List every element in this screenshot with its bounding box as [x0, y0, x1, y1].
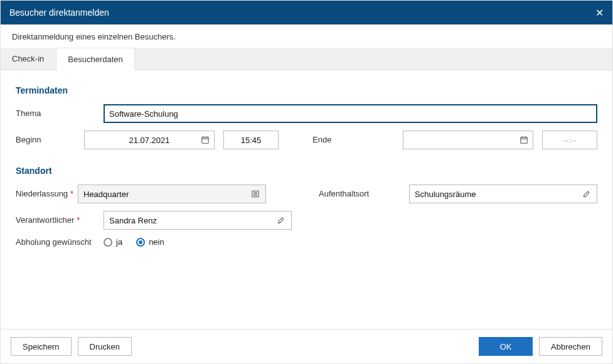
- input-beginn-date[interactable]: 21.07.2021: [84, 131, 215, 149]
- svg-rect-10: [521, 137, 528, 144]
- value-verantwortlicher: Sandra Renz: [109, 216, 276, 225]
- required-marker: *: [77, 215, 80, 225]
- label-abholung: Abholung gewünscht: [16, 237, 104, 248]
- radio-abholung-nein[interactable]: nein: [136, 237, 164, 247]
- footer: Speichern Drucken OK Abbrechen: [1, 329, 612, 363]
- row-beginn-ende: Beginn 21.07.2021 15:45 Ende: [16, 131, 597, 149]
- radio-group-abholung: ja nein: [104, 237, 164, 247]
- label-verantwortlicher: Verantwortlicher *: [16, 215, 104, 225]
- calendar-icon[interactable]: [200, 135, 210, 145]
- titlebar: Besucher direktanmelden ✕: [1, 1, 612, 24]
- radio-dot: [104, 238, 112, 247]
- radio-dot: [136, 238, 145, 247]
- row-abholung: Abholung gewünscht ja nein: [16, 237, 597, 248]
- row-thema: Thema Software-Schulung: [16, 104, 597, 123]
- section-standort-title: Standort: [16, 166, 597, 176]
- tab-checkin[interactable]: Check-in: [1, 48, 56, 70]
- radio-label-nein: nein: [149, 237, 164, 247]
- svg-rect-0: [202, 137, 209, 144]
- input-verantwortlicher[interactable]: Sandra Renz: [104, 211, 292, 230]
- input-niederlassung[interactable]: Headquarter: [78, 185, 266, 203]
- list-icon[interactable]: [250, 189, 260, 199]
- ok-button[interactable]: OK: [479, 337, 533, 356]
- label-beginn: Beginn: [16, 135, 84, 145]
- input-thema-value: Software-Schulung: [109, 109, 592, 119]
- edit-icon[interactable]: [582, 189, 592, 199]
- required-marker: *: [70, 189, 73, 199]
- label-niederlassung: Niederlassung *: [16, 189, 78, 199]
- radio-abholung-ja[interactable]: ja: [104, 237, 122, 247]
- input-aufenthaltsort[interactable]: Schulungsräume: [409, 185, 597, 203]
- section-termindaten-title: Termindaten: [16, 85, 597, 95]
- dialog-besucher-direktanmelden: Besucher direktanmelden ✕ Direktanmeldun…: [0, 0, 613, 364]
- radio-label-ja: ja: [116, 237, 122, 247]
- input-thema[interactable]: Software-Schulung: [104, 104, 597, 123]
- value-ende-time: --:--: [548, 136, 592, 145]
- row-niederlassung: Niederlassung * Headquarter Aufenthaltso…: [16, 185, 597, 203]
- value-beginn-date: 21.07.2021: [90, 136, 209, 145]
- dialog-title: Besucher direktanmelden: [9, 8, 109, 18]
- label-aufenthaltsort: Aufenthaltsort: [319, 189, 400, 199]
- edit-icon[interactable]: [276, 215, 286, 225]
- calendar-icon[interactable]: [519, 135, 529, 145]
- drucken-button[interactable]: Drucken: [78, 337, 132, 356]
- input-ende-time[interactable]: --:--: [542, 131, 597, 149]
- input-beginn-time[interactable]: 15:45: [223, 131, 279, 149]
- tab-besucherdaten[interactable]: Besucherdaten: [56, 48, 134, 70]
- tabs: Check-in Besucherdaten: [1, 48, 612, 70]
- dialog-subtitle: Direktanmeldung eines einzelnen Besucher…: [1, 24, 612, 48]
- abbrechen-button[interactable]: Abbrechen: [539, 337, 602, 356]
- content-area: Termindaten Thema Software-Schulung Begi…: [1, 70, 612, 329]
- label-ende: Ende: [312, 135, 394, 145]
- label-thema: Thema: [16, 109, 104, 119]
- value-aufenthaltsort: Schulungsräume: [415, 190, 582, 199]
- value-niederlassung: Headquarter: [83, 190, 250, 199]
- close-icon[interactable]: ✕: [595, 7, 604, 19]
- speichern-button[interactable]: Speichern: [11, 337, 72, 356]
- row-verantwortlicher: Verantwortlicher * Sandra Renz: [16, 211, 597, 230]
- input-ende-date[interactable]: [403, 131, 533, 149]
- value-beginn-time: 15:45: [229, 136, 273, 145]
